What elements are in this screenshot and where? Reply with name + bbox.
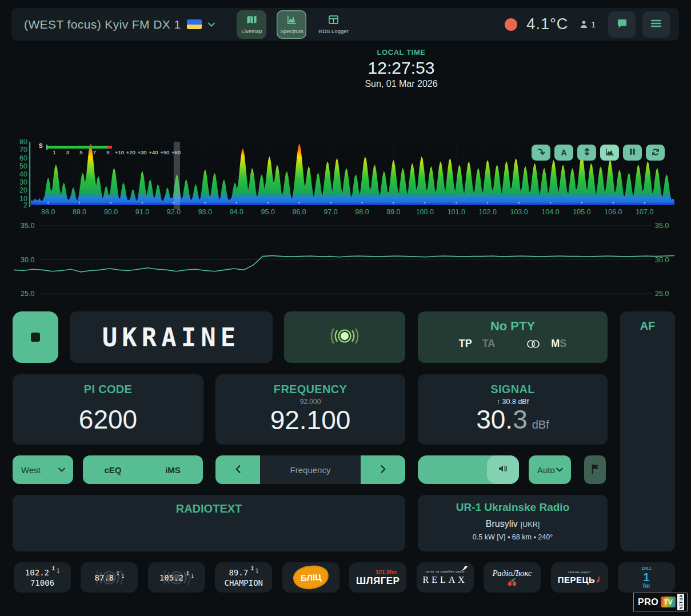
tx-antenna-icon: 1 <box>185 571 194 581</box>
svg-text:94.0: 94.0 <box>230 208 243 216</box>
protv-logo[interactable]: PRO TV NET.UA <box>633 593 688 611</box>
arrow-down-button[interactable] <box>532 145 550 161</box>
svg-text:50: 50 <box>19 162 27 170</box>
preset-БЛІЦ-button[interactable]: БЛІЦ <box>282 562 339 593</box>
listener-count: 1 <box>580 20 596 29</box>
antenna-select-value: West <box>21 465 41 475</box>
flag-button[interactable] <box>584 455 606 484</box>
stereo-circles-icon <box>526 339 541 349</box>
signal-graph-plot: 35.035.030.030.025.025.0 <box>14 221 674 298</box>
svg-text:95.0: 95.0 <box>261 208 275 216</box>
preset-102.2-button[interactable]: 102.2171006 <box>14 562 71 593</box>
tx-antenna-icon: 1 <box>51 566 59 576</box>
nav-rds-logger-button[interactable]: RDS Logger <box>317 10 350 39</box>
perets-logo: смачне радіоПЕРЕЦЬ <box>558 571 601 585</box>
menu-button[interactable] <box>642 11 670 38</box>
frequency-down-button[interactable] <box>215 455 260 484</box>
svg-text:30: 30 <box>19 178 27 186</box>
preset-ШЛЯГЕР-button[interactable]: 101.9fmШЛЯГЕР <box>349 562 406 593</box>
status-dot <box>505 18 517 31</box>
header-right: 4.1°C 1 <box>505 11 670 38</box>
tx-name: UR-1 Ukrainske Radio <box>418 501 608 514</box>
svg-text:106.0: 106.0 <box>604 208 622 216</box>
frequency-value: 92.100 <box>215 406 405 435</box>
preset-ПЕРЕЦЬ-button[interactable]: смачне радіоПЕРЕЦЬ <box>551 562 608 593</box>
tx-antenna-icon: 1 <box>250 566 258 576</box>
radiotext-panel: RADIOTEXT <box>13 495 405 551</box>
chat-button[interactable] <box>608 11 636 38</box>
svg-text:25.0: 25.0 <box>655 290 669 298</box>
frequency-stepper <box>215 455 405 484</box>
server-selector[interactable]: (WEST focus) Kyiv FM DX 1 <box>24 18 215 31</box>
preset-105.2-button[interactable]: 105.21 <box>148 562 205 593</box>
header-nav: LivemapSpectrumRDS Logger <box>237 10 350 39</box>
svg-text:104.0: 104.0 <box>541 208 559 216</box>
user-icon <box>580 20 588 29</box>
signal-title: SIGNAL <box>418 383 608 396</box>
tx-info-panel: UR-1 Ukrainske Radio Brusyliv[UKR] 0.5 k… <box>418 495 608 551</box>
volume-thumb[interactable] <box>487 455 519 484</box>
pause-button[interactable] <box>623 145 642 161</box>
pi-code-value: 6200 <box>13 405 203 434</box>
scan-mode-select[interactable]: Auto <box>529 455 571 484</box>
frequency-input[interactable] <box>260 455 361 484</box>
tx-location: Brusyliv[UKR] <box>418 519 608 529</box>
nav-spectrum-button[interactable]: Spectrum <box>277 10 306 39</box>
preset-bar: 102.217100687.81105.2189.71CHAMPIONБЛІЦ1… <box>14 562 675 593</box>
svg-text:70: 70 <box>19 146 27 154</box>
af-panel: AF <box>620 311 675 551</box>
svg-text:2: 2 <box>23 201 27 209</box>
speaker-icon <box>498 465 508 475</box>
ceq-toggle[interactable]: cEQ <box>83 465 143 475</box>
frequency-title: FREQUENCY <box>215 383 405 396</box>
ims-toggle[interactable]: iMS <box>143 465 203 475</box>
svg-text:30.0: 30.0 <box>655 256 669 264</box>
arrow-down-icon <box>537 147 545 158</box>
chevron-down-icon <box>556 467 563 472</box>
header: (WEST focus) Kyiv FM DX 1 LivemapSpectru… <box>11 8 679 41</box>
preset-1-button[interactable]: 106.11fm <box>618 562 675 593</box>
ps-name-panel: UKRAINE <box>70 311 273 363</box>
refresh-button[interactable] <box>646 145 665 161</box>
antenna-select[interactable]: West <box>13 455 73 484</box>
chat-icon <box>617 18 628 31</box>
preset-87.8-button[interactable]: 87.81 <box>81 562 138 593</box>
clock-label: LOCAL TIME <box>127 48 676 57</box>
preset-RELAX-button[interactable]: легке та спокійне радіоRELAX <box>417 562 474 593</box>
protv-domain: NET.UA <box>677 594 684 610</box>
volume-slider[interactable] <box>418 455 519 484</box>
flag-icon <box>591 464 600 475</box>
stereo-broadcast-icon <box>329 326 361 349</box>
letter-a-button[interactable]: A <box>554 145 573 161</box>
svg-text:30.0: 30.0 <box>21 256 34 264</box>
tx-details: 0.5 kW [V] ▪ 68 km ▪ 240° <box>418 533 608 541</box>
ms-flag: MS <box>551 338 566 350</box>
radio-lux-logo: РадіоЛюкс <box>492 569 532 586</box>
signal-value: 30.3dBf <box>418 406 608 433</box>
protv-tv-badge: TV <box>661 597 676 607</box>
chevron-down-icon <box>208 22 215 27</box>
spectrum-analyzer[interactable]: 8070605040302010288.089.090.091.092.093.… <box>14 139 674 219</box>
area-chart-button[interactable] <box>600 145 619 161</box>
audio-play-button[interactable] <box>13 311 58 363</box>
chart-icon <box>286 14 297 27</box>
area-chart-icon <box>605 148 614 158</box>
svg-text:105.0: 105.0 <box>573 208 590 216</box>
letter-a-icon: A <box>561 148 566 157</box>
preset-РадіоЛюкс-button[interactable]: РадіоЛюкс <box>484 562 541 593</box>
map-icon <box>246 14 257 27</box>
tp-flag: TP <box>459 338 472 350</box>
scan-mode-value: Auto <box>537 465 555 475</box>
pty-label: No PTY <box>418 319 608 334</box>
svg-text:98.0: 98.0 <box>355 208 369 216</box>
frequency-up-button[interactable] <box>361 455 405 484</box>
preset-89.7-button[interactable]: 89.71CHAMPION <box>215 562 272 593</box>
chevron-left-icon <box>235 465 241 475</box>
pty-panel: No PTY TP TA MS <box>418 311 608 363</box>
app-root: (WEST focus) Kyiv FM DX 1 LivemapSpectru… <box>0 0 691 616</box>
arrow-updown-button[interactable] <box>577 145 596 161</box>
svg-text:101.0: 101.0 <box>448 208 465 216</box>
table-icon <box>328 14 339 27</box>
stereo-indicator-panel <box>284 311 405 363</box>
nav-livemap-button[interactable]: Livemap <box>237 10 266 39</box>
